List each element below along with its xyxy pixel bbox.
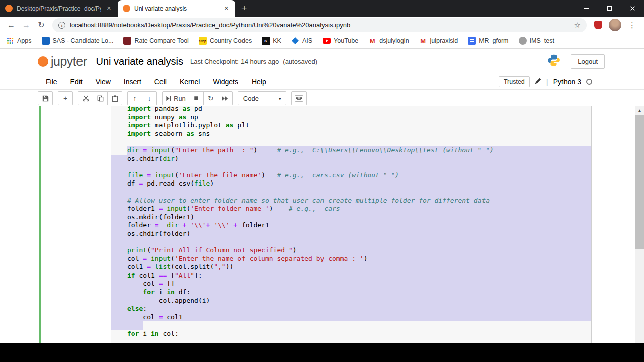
ais-icon xyxy=(291,37,299,45)
bookmark-dsjulylogin[interactable]: M dsjulylogin xyxy=(368,37,409,45)
header-right: Logout xyxy=(547,54,605,69)
code-line: os.chdir(folder) xyxy=(111,230,591,238)
keyboard-icon xyxy=(295,95,303,102)
youtube-icon xyxy=(323,37,331,45)
bookmark-star-icon[interactable]: ☆ xyxy=(574,21,581,30)
bookmark-ims-test[interactable]: IMS_test xyxy=(519,37,554,45)
copy-icon xyxy=(97,95,104,102)
bookmark-kk[interactable]: K KK xyxy=(262,37,281,45)
code-line: col = col1 xyxy=(111,313,591,322)
menu-insert[interactable]: Insert xyxy=(117,78,148,86)
selected-cell-edit-border xyxy=(39,106,41,343)
cell-type-value: Code xyxy=(243,95,259,102)
maximize-button[interactable] xyxy=(598,0,621,17)
tab-close-icon[interactable]: ✕ xyxy=(223,5,230,12)
kk-icon: K xyxy=(262,37,270,45)
restart-run-all-button[interactable] xyxy=(218,91,233,105)
trusted-badge[interactable]: Trusted xyxy=(499,76,530,87)
bookmark-label: Apps xyxy=(17,37,32,44)
code-line: col.append(i) xyxy=(111,297,591,305)
refresh-button[interactable]: ↻ xyxy=(34,18,48,32)
floppy-icon xyxy=(42,95,49,102)
profile-avatar[interactable] xyxy=(609,19,621,31)
jupyter-logo-text: jupyter xyxy=(51,54,87,69)
bookmark-sas[interactable]: SAS - Candidate Lo... xyxy=(42,37,114,45)
notebook-title[interactable]: Uni variate analysis xyxy=(96,56,183,67)
code-editor[interactable]: import pandas as pdimport numpy as npimp… xyxy=(111,106,591,338)
bookmark-label: AIS xyxy=(302,37,312,44)
menu-edit[interactable]: Edit xyxy=(64,78,89,86)
command-palette-button[interactable] xyxy=(291,91,307,105)
cell-type-select[interactable]: Code ▾ xyxy=(238,91,286,105)
code-line xyxy=(111,188,591,197)
address-bar: ← → ↻ i localhost:8889/notebooks/Desktop… xyxy=(0,17,644,33)
menu-cell[interactable]: Cell xyxy=(148,78,173,86)
bookmark-country-codes[interactable]: Step Country Codes xyxy=(199,37,252,45)
ims-icon xyxy=(519,37,527,45)
bookmark-youtube[interactable]: YouTube xyxy=(323,37,358,45)
bookmark-rate-compare[interactable]: Rate Compare Tool xyxy=(123,37,188,45)
edit-mode-pencil-icon xyxy=(535,78,541,86)
close-window-button[interactable] xyxy=(621,0,644,17)
restart-kernel-button[interactable]: ↻ xyxy=(203,91,218,105)
code-line xyxy=(111,321,591,330)
logout-button[interactable]: Logout xyxy=(571,54,605,69)
tab-close-icon[interactable]: ✕ xyxy=(105,5,113,12)
ublock-extension-icon[interactable] xyxy=(594,21,602,29)
run-label: Run xyxy=(174,95,186,102)
bookmark-ais[interactable]: AIS xyxy=(291,37,312,45)
code-cell-input-area[interactable]: import pandas as pdimport numpy as npimp… xyxy=(111,106,592,343)
code-line: import seaborn as sns xyxy=(111,130,591,138)
back-button[interactable]: ← xyxy=(4,18,18,32)
browser-menu-icon[interactable]: ⋮ xyxy=(624,21,640,30)
paste-cell-button[interactable] xyxy=(107,91,122,105)
code-line xyxy=(111,238,591,247)
url-text[interactable]: localhost:8889/notebooks/Desktop/Praxis/… xyxy=(70,21,570,29)
menu-view[interactable]: View xyxy=(89,78,117,86)
cut-cell-button[interactable] xyxy=(78,91,93,105)
code-line: df = pd.read_csv(file) xyxy=(111,179,591,188)
page-info-icon[interactable]: i xyxy=(58,22,65,29)
bookmark-juipraxisid[interactable]: M juipraxisid xyxy=(419,37,458,45)
add-cell-button[interactable]: + xyxy=(58,91,73,105)
scrollbar[interactable]: ▲ xyxy=(635,106,644,343)
run-button[interactable]: Run xyxy=(162,91,189,105)
bookmark-mr-gform[interactable]: MR_gform xyxy=(468,37,508,45)
scrollbar-up-arrow[interactable]: ▲ xyxy=(635,106,644,115)
bookmark-apps[interactable]: Apps xyxy=(6,37,32,45)
menu-file[interactable]: File xyxy=(39,78,64,86)
notebook-content: import pandas as pdimport numpy as npimp… xyxy=(0,106,644,343)
code-line: import numpy as np xyxy=(111,113,591,122)
last-checkpoint: Last Checkpoint: 14 hours ago xyxy=(190,58,279,65)
close-icon xyxy=(630,6,635,11)
save-button[interactable] xyxy=(38,91,53,105)
interrupt-kernel-button[interactable] xyxy=(189,91,204,105)
menu-help[interactable]: Help xyxy=(245,78,273,86)
browser-tab-file-browser[interactable]: Desktop/Praxis/Practice_doc/Pyt ✕ xyxy=(0,0,118,17)
url-bar[interactable]: i localhost:8889/notebooks/Desktop/Praxi… xyxy=(52,18,587,32)
minimize-button[interactable] xyxy=(575,0,598,17)
forward-button[interactable]: → xyxy=(19,18,33,32)
code-line: print("Print All if Column not specified… xyxy=(111,246,591,255)
clipboard-group xyxy=(78,91,122,105)
browser-tab-notebook[interactable]: Uni variate analysis ✕ xyxy=(118,0,235,17)
move-cell-down-button[interactable]: ↓ xyxy=(142,91,157,105)
code-line: os.mkdir(folder1) xyxy=(111,213,591,222)
code-line: col = input('Enter the name of column se… xyxy=(111,255,591,263)
stop-icon xyxy=(194,96,199,101)
kernel-name: Python 3 xyxy=(553,78,581,86)
bookmark-label: Country Codes xyxy=(210,37,252,44)
rate-compare-icon xyxy=(123,37,131,45)
checkpoint-text: Last Checkpoint: 14 hours ago (autosaved… xyxy=(190,58,317,65)
step-icon: Step xyxy=(199,37,207,45)
copy-cell-button[interactable] xyxy=(93,91,108,105)
move-cell-up-button[interactable]: ↑ xyxy=(127,91,142,105)
menu-kernel[interactable]: Kernel xyxy=(173,78,206,86)
jupyter-logo[interactable]: jupyter xyxy=(38,54,87,69)
new-tab-button[interactable]: + xyxy=(235,0,253,17)
menu-widgets[interactable]: Widgets xyxy=(206,78,245,86)
bookmarks-bar: Apps SAS - Candidate Lo... Rate Compare … xyxy=(0,33,644,49)
scrollbar-thumb[interactable] xyxy=(635,115,644,249)
notebook-toolbar: + ↑ ↓ Run ↻ Code ▾ xyxy=(0,90,644,106)
bookmark-label: KK xyxy=(273,37,281,44)
